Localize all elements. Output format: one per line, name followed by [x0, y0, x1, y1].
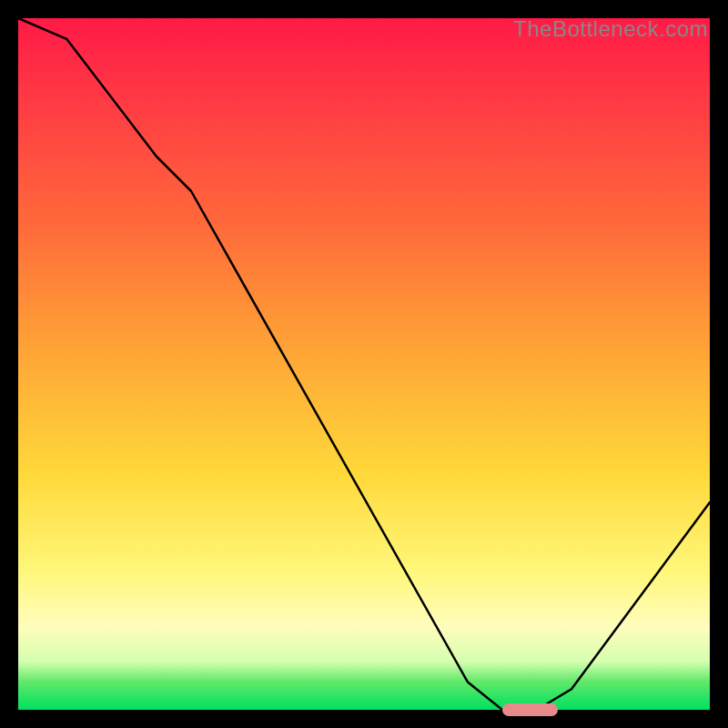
chart-frame: TheBottleneck.com: [18, 18, 710, 710]
bottleneck-curve: [18, 18, 710, 710]
sweet-spot-marker: [502, 703, 558, 716]
curve-path: [18, 18, 710, 710]
watermark-text: TheBottleneck.com: [513, 16, 708, 42]
